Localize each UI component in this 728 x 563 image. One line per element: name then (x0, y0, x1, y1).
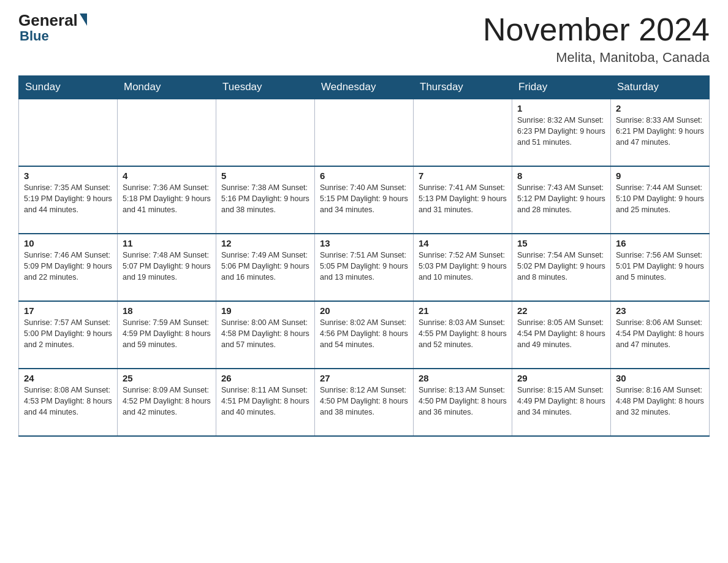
day-info: Sunrise: 7:54 AM Sunset: 5:02 PM Dayligh… (517, 250, 605, 283)
weekday-header-sunday: Sunday (19, 76, 118, 99)
day-number: 14 (419, 238, 507, 248)
month-title: November 2024 (483, 12, 710, 47)
weekday-header-wednesday: Wednesday (315, 76, 414, 99)
calendar-cell (19, 99, 118, 166)
day-info: Sunrise: 7:44 AM Sunset: 5:10 PM Dayligh… (616, 182, 704, 215)
day-info: Sunrise: 7:48 AM Sunset: 5:07 PM Dayligh… (123, 250, 211, 283)
day-number: 25 (123, 373, 211, 383)
calendar-cell: 1Sunrise: 8:32 AM Sunset: 6:23 PM Daylig… (512, 99, 611, 166)
calendar-cell: 10Sunrise: 7:46 AM Sunset: 5:09 PM Dayli… (19, 234, 118, 301)
calendar-cell: 17Sunrise: 7:57 AM Sunset: 5:00 PM Dayli… (19, 301, 118, 369)
day-info: Sunrise: 7:52 AM Sunset: 5:03 PM Dayligh… (419, 250, 507, 283)
day-number: 28 (419, 373, 507, 383)
calendar-week-row: 1Sunrise: 8:32 AM Sunset: 6:23 PM Daylig… (19, 99, 710, 166)
calendar-cell: 12Sunrise: 7:49 AM Sunset: 5:06 PM Dayli… (216, 234, 315, 301)
day-info: Sunrise: 8:09 AM Sunset: 4:52 PM Dayligh… (123, 385, 211, 418)
day-info: Sunrise: 8:12 AM Sunset: 4:50 PM Dayligh… (320, 385, 408, 418)
day-number: 26 (221, 373, 309, 383)
calendar-cell: 24Sunrise: 8:08 AM Sunset: 4:53 PM Dayli… (19, 369, 118, 436)
calendar-table: SundayMondayTuesdayWednesdayThursdayFrid… (18, 75, 710, 437)
calendar-cell: 27Sunrise: 8:12 AM Sunset: 4:50 PM Dayli… (315, 369, 414, 436)
day-number: 24 (24, 373, 112, 383)
page-header: General Blue November 2024 Melita, Manit… (18, 12, 710, 66)
day-number: 11 (123, 238, 211, 248)
calendar-cell: 22Sunrise: 8:05 AM Sunset: 4:54 PM Dayli… (512, 301, 611, 369)
day-info: Sunrise: 7:59 AM Sunset: 4:59 PM Dayligh… (123, 317, 211, 350)
day-info: Sunrise: 7:43 AM Sunset: 5:12 PM Dayligh… (517, 182, 605, 215)
calendar-week-row: 17Sunrise: 7:57 AM Sunset: 5:00 PM Dayli… (19, 301, 710, 369)
calendar-cell: 28Sunrise: 8:13 AM Sunset: 4:50 PM Dayli… (414, 369, 512, 436)
calendar-cell: 18Sunrise: 7:59 AM Sunset: 4:59 PM Dayli… (118, 301, 216, 369)
day-info: Sunrise: 8:05 AM Sunset: 4:54 PM Dayligh… (517, 317, 605, 350)
calendar-cell: 4Sunrise: 7:36 AM Sunset: 5:18 PM Daylig… (118, 166, 216, 234)
day-info: Sunrise: 8:03 AM Sunset: 4:55 PM Dayligh… (419, 317, 507, 350)
calendar-cell: 16Sunrise: 7:56 AM Sunset: 5:01 PM Dayli… (611, 234, 710, 301)
day-info: Sunrise: 7:35 AM Sunset: 5:19 PM Dayligh… (24, 182, 112, 215)
day-number: 9 (616, 170, 704, 181)
calendar-cell: 21Sunrise: 8:03 AM Sunset: 4:55 PM Dayli… (414, 301, 512, 369)
calendar-cell: 6Sunrise: 7:40 AM Sunset: 5:15 PM Daylig… (315, 166, 414, 234)
day-number: 8 (517, 170, 605, 181)
day-number: 7 (419, 170, 507, 181)
calendar-cell: 2Sunrise: 8:33 AM Sunset: 6:21 PM Daylig… (611, 99, 710, 166)
weekday-header-monday: Monday (118, 76, 216, 99)
day-info: Sunrise: 7:40 AM Sunset: 5:15 PM Dayligh… (320, 182, 408, 215)
calendar-cell: 29Sunrise: 8:15 AM Sunset: 4:49 PM Dayli… (512, 369, 611, 436)
calendar-cell: 3Sunrise: 7:35 AM Sunset: 5:19 PM Daylig… (19, 166, 118, 234)
location-title: Melita, Manitoba, Canada (483, 50, 710, 66)
day-number: 30 (616, 373, 704, 383)
day-number: 4 (123, 170, 211, 181)
day-info: Sunrise: 8:32 AM Sunset: 6:23 PM Dayligh… (517, 115, 605, 148)
day-info: Sunrise: 7:51 AM Sunset: 5:05 PM Dayligh… (320, 250, 408, 283)
day-number: 17 (24, 305, 112, 316)
day-info: Sunrise: 7:57 AM Sunset: 5:00 PM Dayligh… (24, 317, 112, 350)
day-info: Sunrise: 7:46 AM Sunset: 5:09 PM Dayligh… (24, 250, 112, 283)
logo-arrow-icon (80, 13, 87, 26)
weekday-header-thursday: Thursday (414, 76, 512, 99)
logo: General Blue (18, 12, 87, 44)
day-number: 29 (517, 373, 605, 383)
calendar-cell: 30Sunrise: 8:16 AM Sunset: 4:48 PM Dayli… (611, 369, 710, 436)
weekday-header-saturday: Saturday (611, 76, 710, 99)
day-number: 27 (320, 373, 408, 383)
day-info: Sunrise: 8:33 AM Sunset: 6:21 PM Dayligh… (616, 115, 704, 148)
day-info: Sunrise: 8:11 AM Sunset: 4:51 PM Dayligh… (221, 385, 309, 418)
calendar-cell: 5Sunrise: 7:38 AM Sunset: 5:16 PM Daylig… (216, 166, 315, 234)
calendar-cell: 20Sunrise: 8:02 AM Sunset: 4:56 PM Dayli… (315, 301, 414, 369)
day-info: Sunrise: 7:41 AM Sunset: 5:13 PM Dayligh… (419, 182, 507, 215)
calendar-cell: 15Sunrise: 7:54 AM Sunset: 5:02 PM Dayli… (512, 234, 611, 301)
day-number: 2 (616, 103, 704, 113)
calendar-week-row: 10Sunrise: 7:46 AM Sunset: 5:09 PM Dayli… (19, 234, 710, 301)
day-info: Sunrise: 7:38 AM Sunset: 5:16 PM Dayligh… (221, 182, 309, 215)
calendar-week-row: 24Sunrise: 8:08 AM Sunset: 4:53 PM Dayli… (19, 369, 710, 436)
logo-blue-text: Blue (20, 28, 49, 44)
weekday-header-tuesday: Tuesday (216, 76, 315, 99)
day-number: 23 (616, 305, 704, 316)
day-number: 18 (123, 305, 211, 316)
day-info: Sunrise: 8:16 AM Sunset: 4:48 PM Dayligh… (616, 385, 704, 418)
day-info: Sunrise: 8:13 AM Sunset: 4:50 PM Dayligh… (419, 385, 507, 418)
day-number: 6 (320, 170, 408, 181)
calendar-cell: 8Sunrise: 7:43 AM Sunset: 5:12 PM Daylig… (512, 166, 611, 234)
calendar-cell: 23Sunrise: 8:06 AM Sunset: 4:54 PM Dayli… (611, 301, 710, 369)
calendar-cell: 25Sunrise: 8:09 AM Sunset: 4:52 PM Dayli… (118, 369, 216, 436)
calendar-cell (315, 99, 414, 166)
calendar-cell: 19Sunrise: 8:00 AM Sunset: 4:58 PM Dayli… (216, 301, 315, 369)
calendar-cell (216, 99, 315, 166)
title-block: November 2024 Melita, Manitoba, Canada (483, 12, 710, 66)
day-number: 13 (320, 238, 408, 248)
logo-top: General (18, 12, 87, 28)
calendar-cell: 7Sunrise: 7:41 AM Sunset: 5:13 PM Daylig… (414, 166, 512, 234)
day-info: Sunrise: 7:56 AM Sunset: 5:01 PM Dayligh… (616, 250, 704, 283)
calendar-cell (118, 99, 216, 166)
day-number: 3 (24, 170, 112, 181)
calendar-cell: 11Sunrise: 7:48 AM Sunset: 5:07 PM Dayli… (118, 234, 216, 301)
calendar-cell: 13Sunrise: 7:51 AM Sunset: 5:05 PM Dayli… (315, 234, 414, 301)
day-info: Sunrise: 8:00 AM Sunset: 4:58 PM Dayligh… (221, 317, 309, 350)
day-number: 10 (24, 238, 112, 248)
calendar-cell: 9Sunrise: 7:44 AM Sunset: 5:10 PM Daylig… (611, 166, 710, 234)
logo-general-text: General (18, 12, 78, 28)
calendar-header-row: SundayMondayTuesdayWednesdayThursdayFrid… (19, 76, 710, 99)
day-number: 22 (517, 305, 605, 316)
day-info: Sunrise: 8:02 AM Sunset: 4:56 PM Dayligh… (320, 317, 408, 350)
